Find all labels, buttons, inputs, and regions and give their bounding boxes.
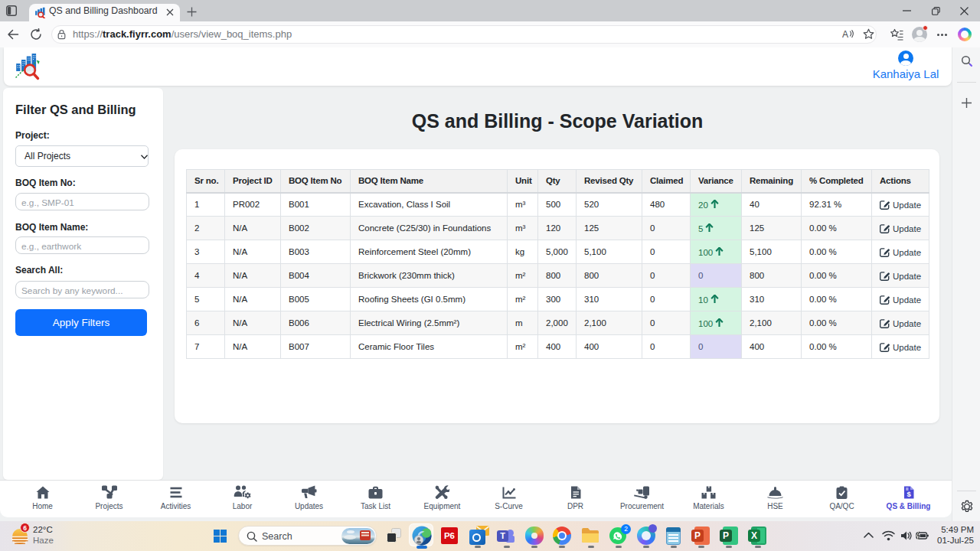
svg-text:A: A	[842, 29, 848, 40]
svg-text:$: $	[906, 490, 911, 498]
